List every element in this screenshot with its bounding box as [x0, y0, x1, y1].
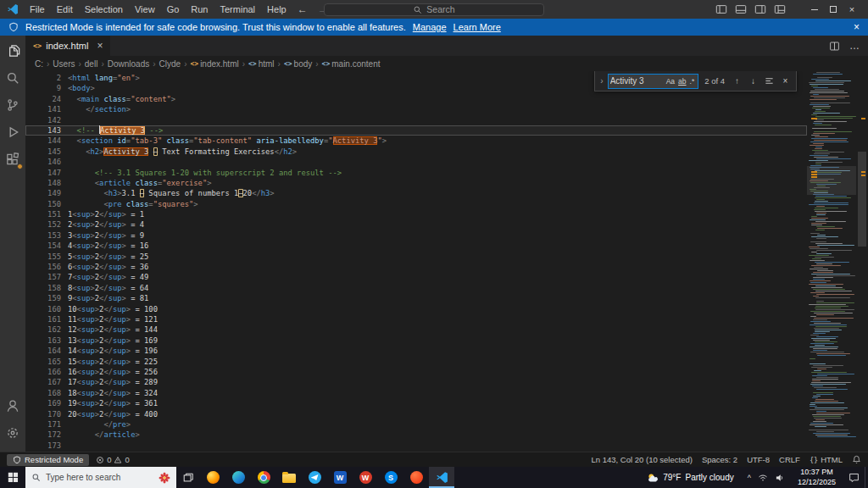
- line-content[interactable]: 18<sup>2</sup> = 324: [61, 388, 807, 398]
- line-number[interactable]: 159: [25, 293, 61, 303]
- code-line-162[interactable]: 16212<sup>2</sup> = 144: [25, 324, 807, 335]
- code-line-156[interactable]: 1566<sup>2</sup> = 36: [25, 262, 807, 272]
- code-line-145[interactable]: 145 <h2>Activity 3 – Text Formatting Exe…: [25, 147, 807, 157]
- more-actions-icon[interactable]: …: [849, 43, 860, 48]
- volume-icon[interactable]: [775, 473, 785, 483]
- code-line-159[interactable]: 1599<sup>2</sup> = 81: [25, 293, 807, 303]
- menu-selection[interactable]: Selection: [79, 4, 129, 14]
- maximize-button[interactable]: [824, 0, 843, 19]
- line-number[interactable]: 161: [25, 314, 61, 324]
- code-line-173[interactable]: 173: [25, 441, 807, 451]
- banner-close-icon[interactable]: ×: [854, 21, 860, 33]
- eol-status[interactable]: CRLF: [779, 455, 800, 464]
- breadcrumb-item[interactable]: Users: [52, 59, 75, 69]
- find-input[interactable]: [610, 76, 665, 86]
- line-number[interactable]: 158: [25, 283, 61, 293]
- find-next-icon[interactable]: ↓: [747, 76, 760, 86]
- line-number[interactable]: 169: [25, 398, 61, 408]
- code-line-154[interactable]: 1544<sup>2</sup> = 16: [25, 241, 807, 251]
- line-number[interactable]: 160: [25, 304, 61, 314]
- line-number[interactable]: 171: [25, 419, 61, 430]
- line-content[interactable]: 14<sup>2</sup> = 196: [61, 346, 807, 356]
- code-line-171[interactable]: 171 </pre>: [25, 419, 807, 430]
- code-line-141[interactable]: 141 </section>: [25, 104, 807, 114]
- taskbar-app-vscode[interactable]: [429, 467, 454, 488]
- breadcrumb-item[interactable]: <>index.html: [189, 59, 239, 69]
- taskbar-app-wps[interactable]: W: [353, 467, 378, 488]
- line-number[interactable]: 167: [25, 377, 61, 387]
- task-view-button[interactable]: [176, 467, 200, 488]
- line-number[interactable]: 153: [25, 230, 61, 241]
- back-icon[interactable]: ←: [292, 3, 313, 15]
- line-number[interactable]: 164: [25, 346, 61, 356]
- breadcrumb-item[interactable]: C:: [34, 59, 44, 69]
- code-line-167[interactable]: 16717<sup>2</sup> = 289: [25, 377, 807, 387]
- line-content[interactable]: 10<sup>2</sup> = 100: [61, 304, 807, 314]
- breadcrumb-item[interactable]: dell: [84, 59, 99, 69]
- show-desktop-button[interactable]: [865, 467, 868, 488]
- taskbar-app-telegram[interactable]: [302, 467, 327, 488]
- menu-terminal[interactable]: Terminal: [214, 4, 262, 14]
- line-content[interactable]: 2<sup>2</sup> = 4: [61, 219, 807, 230]
- line-number[interactable]: 141: [25, 104, 61, 114]
- taskbar-app-edge[interactable]: [225, 467, 251, 488]
- line-number[interactable]: 157: [25, 272, 61, 282]
- code-line-164[interactable]: 16414<sup>2</sup> = 196: [25, 346, 807, 356]
- taskbar-clock[interactable]: 10:37 PM 12/12/2025: [791, 467, 843, 488]
- toggle-sidebar-icon[interactable]: [715, 3, 727, 15]
- code-line-152[interactable]: 1522<sup>2</sup> = 4: [25, 219, 807, 230]
- line-content[interactable]: 11<sup>2</sup> = 121: [61, 314, 807, 324]
- notifications-bell-icon[interactable]: [852, 455, 861, 464]
- learn-more-link[interactable]: Learn More: [453, 22, 501, 32]
- line-content[interactable]: [61, 441, 807, 451]
- taskbar-search[interactable]: Type here to search: [25, 467, 176, 488]
- language-mode-status[interactable]: {} HTML: [810, 455, 843, 464]
- line-content[interactable]: </pre>: [61, 419, 807, 430]
- line-content[interactable]: 12<sup>2</sup> = 144: [61, 324, 807, 335]
- start-button[interactable]: [0, 467, 25, 488]
- settings-gear-icon[interactable]: [0, 421, 25, 445]
- line-number[interactable]: 156: [25, 262, 61, 272]
- breadcrumb-item[interactable]: <>body: [283, 59, 313, 69]
- close-window-button[interactable]: ×: [843, 0, 861, 19]
- line-content[interactable]: 17<sup>2</sup> = 289: [61, 377, 807, 387]
- menu-file[interactable]: File: [24, 4, 51, 14]
- code-line-144[interactable]: 144 <section id="tab-3" class="tab-conte…: [25, 136, 807, 146]
- line-number[interactable]: 154: [25, 241, 61, 251]
- line-content[interactable]: 4<sup>2</sup> = 16: [61, 241, 807, 251]
- line-content[interactable]: <h2>Activity 3 – Text Formatting Exercis…: [61, 147, 807, 157]
- line-number[interactable]: 9: [25, 83, 61, 93]
- code-line-149[interactable]: 149 <h3>3.1 – Squares of numbers 1–20</h…: [25, 188, 807, 198]
- line-number[interactable]: 144: [25, 136, 61, 146]
- find-close-icon[interactable]: ×: [779, 76, 792, 86]
- line-content[interactable]: <article class="exercise">: [61, 178, 807, 188]
- split-editor-icon[interactable]: [829, 41, 840, 52]
- code-line-166[interactable]: 16616<sup>2</sup> = 256: [25, 367, 807, 377]
- weather-widget[interactable]: 79°F Partly cloudy: [639, 467, 741, 488]
- line-content[interactable]: </section>: [61, 104, 807, 114]
- code-line-165[interactable]: 16515<sup>2</sup> = 225: [25, 357, 807, 367]
- toggle-replace-icon[interactable]: ›: [599, 76, 604, 86]
- line-number[interactable]: 147: [25, 168, 61, 178]
- line-content[interactable]: <!-- 3.1 Squares 1-20 with superscript 2…: [61, 168, 807, 178]
- taskbar-app-word[interactable]: W: [327, 467, 353, 488]
- line-number[interactable]: 165: [25, 357, 61, 367]
- line-content[interactable]: <!-- Activity 3 -->: [61, 125, 807, 136]
- code-line-146[interactable]: 146: [25, 157, 807, 167]
- problems-status[interactable]: 0 0: [96, 455, 130, 464]
- find-in-selection-icon[interactable]: [763, 76, 776, 86]
- breadcrumb-item[interactable]: <>html: [248, 59, 275, 69]
- line-number[interactable]: 172: [25, 430, 61, 440]
- line-number[interactable]: 170: [25, 409, 61, 419]
- menu-view[interactable]: View: [129, 4, 161, 14]
- taskbar-app-chrome[interactable]: [251, 467, 276, 488]
- code-line-153[interactable]: 1533<sup>2</sup> = 9: [25, 230, 807, 241]
- minimize-button[interactable]: [805, 0, 824, 19]
- cursor-position-status[interactable]: Ln 143, Col 20 (10 selected): [592, 455, 693, 464]
- source-control-icon[interactable]: [0, 93, 25, 117]
- code-line-150[interactable]: 150 <pre class="squares">: [25, 199, 807, 209]
- breadcrumb-item[interactable]: <>main.content: [321, 59, 381, 69]
- breadcrumb-item[interactable]: Downloads: [107, 59, 150, 69]
- line-content[interactable]: 19<sup>2</sup> = 361: [61, 398, 807, 408]
- code-line-168[interactable]: 16818<sup>2</sup> = 324: [25, 388, 807, 398]
